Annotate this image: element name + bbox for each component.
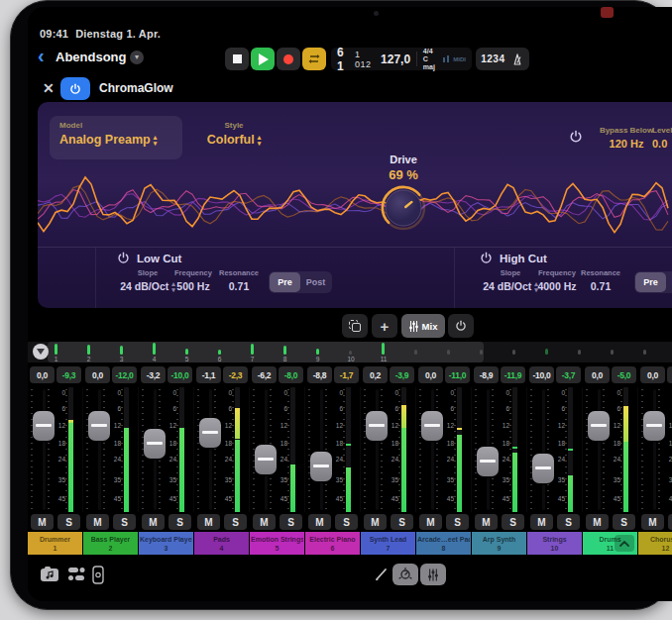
loops-library-icon[interactable] [67,566,85,582]
low-cut-power-icon[interactable] [117,252,130,264]
track-name-tile[interactable]: Keyboard Player 3 [139,532,193,555]
drive-knob[interactable] [380,184,427,232]
controls-view-button[interactable] [392,564,418,585]
solo-button[interactable]: S [113,514,136,530]
fader-track[interactable] [43,389,46,510]
fader-track[interactable] [98,389,101,510]
lcd-display[interactable]: 6 1 1 012 127,0 4/4 C maj MIDI [331,48,472,70]
mute-button[interactable]: M [142,514,165,530]
track-name-tile[interactable]: Drummer 1 [28,532,82,555]
volume-value[interactable]: 0,0 [585,366,610,383]
low-cut-frequency[interactable]: Frequency 500 Hz [166,268,221,292]
fader-track[interactable] [431,389,434,510]
high-cut-resonance[interactable]: Resonance 0.71 [581,268,620,292]
track-name-tile[interactable]: Pads 4 [194,532,249,555]
fader-handle[interactable] [199,418,221,448]
volume-value[interactable]: 0,2 [363,366,388,383]
style-selector[interactable]: Style Colorful▴▾ [186,121,281,147]
filter-icon[interactable] [33,344,49,360]
volume-value[interactable]: -3,2 [141,366,166,383]
track-name-tile[interactable]: Synth Lead 7 [361,532,415,555]
mute-button[interactable]: M [641,514,664,530]
overview-visible-window[interactable] [48,342,484,362]
solo-button[interactable]: S [168,514,191,530]
track-name-tile[interactable]: Emotion Strings 5 [250,532,304,555]
mixer-view-button[interactable] [420,564,446,585]
track-name-tile[interactable]: Bass Player 2 [83,532,138,555]
volume-value[interactable]: -6,2 [252,366,277,383]
volume-value[interactable]: 0,0 [30,366,55,383]
fader-track[interactable] [598,389,601,510]
peak-level-value[interactable]: -2,3 [223,366,248,383]
solo-button[interactable]: S [57,514,80,530]
browser-icon[interactable] [40,566,59,582]
peak-level-value[interactable]: -9,3 [56,366,81,383]
solo-button[interactable]: S [668,514,672,530]
mute-button[interactable]: M [197,514,220,530]
project-dropdown-icon[interactable]: ▾ [130,51,144,64]
mute-button[interactable]: M [364,514,387,530]
record-button[interactable] [277,48,300,70]
level-control[interactable]: Level 0.0 [652,126,672,150]
high-cut-pre-button[interactable]: Pre [635,272,666,292]
fader-handle[interactable] [310,452,332,481]
volume-value[interactable]: -1,1 [196,366,221,383]
mute-button[interactable]: M [475,514,498,530]
low-cut-resonance[interactable]: Resonance 0.71 [217,268,261,292]
high-cut-frequency[interactable]: Frequency 4000 Hz [529,268,585,292]
track-overview-strip[interactable]: 1234567891011 [28,342,672,362]
metronome-icon[interactable] [510,52,524,66]
volume-value[interactable]: -8,9 [474,366,499,383]
add-track-button[interactable]: + [372,314,397,338]
fader-track[interactable] [209,389,212,510]
fader-handle[interactable] [643,411,665,441]
fader-handle[interactable] [588,411,610,441]
solo-button[interactable]: S [557,514,580,530]
volume-value[interactable]: 0,0 [418,366,443,383]
cycle-button[interactable] [302,48,326,70]
peak-level-value[interactable]: -11,9 [501,366,525,383]
fader-track[interactable] [320,389,323,510]
peak-level-value[interactable]: -8,0 [279,366,303,383]
volume-value[interactable]: -10,0 [529,366,554,383]
mix-view-button[interactable]: Mix [401,314,445,338]
pencil-icon[interactable] [375,568,389,581]
fader-handle[interactable] [88,411,110,441]
drive-control[interactable]: Drive 69 % [340,154,467,236]
count-in-button[interactable]: 1234 [481,53,504,64]
solo-button[interactable]: S [613,514,635,530]
track-name-tile[interactable]: Arcade…eet Pad 8 [416,532,471,555]
model-selector[interactable]: Model Analog Preamp▴▾ [50,116,182,159]
peak-level-value[interactable]: -11,0 [445,366,470,383]
track-name-tile[interactable]: Drums 11 [583,532,637,555]
fader-track[interactable] [653,389,656,510]
track-name-tile[interactable]: Chorus V 12 [638,532,672,555]
peak-level-value[interactable]: -12,0 [112,366,137,383]
peak-level-value[interactable]: -3,9 [390,366,414,383]
fader-handle[interactable] [421,411,443,441]
solo-button[interactable]: S [502,514,524,530]
fader-track[interactable] [542,389,545,510]
close-plugin-icon[interactable]: ✕ [43,80,55,96]
peak-level-value[interactable]: -5,0 [612,366,636,383]
volume-value[interactable]: 0,0 [85,366,110,383]
channel-strip-icon[interactable] [91,566,105,584]
bypass-power-icon[interactable] [569,130,583,144]
low-cut-post-button[interactable]: Post [300,272,331,292]
fader-track[interactable] [376,389,379,510]
collapse-track-button[interactable] [615,535,634,552]
mute-button[interactable]: M [253,514,276,530]
solo-button[interactable]: S [446,514,469,530]
solo-button[interactable]: S [335,514,358,530]
high-cut-power-icon[interactable] [480,252,493,264]
peak-level-value[interactable]: -10,0 [168,366,192,383]
fader-handle[interactable] [33,411,55,441]
mute-button[interactable]: M [586,514,609,530]
style-stepper-icon[interactable]: ▴▾ [258,135,262,147]
solo-button[interactable]: S [224,514,247,530]
peak-level-value[interactable] [667,366,672,383]
fader-handle[interactable] [532,454,554,483]
track-name-tile[interactable]: Arp Synth 9 [472,532,526,555]
project-title[interactable]: Abendsong [56,50,127,64]
fader-handle[interactable] [477,447,499,476]
